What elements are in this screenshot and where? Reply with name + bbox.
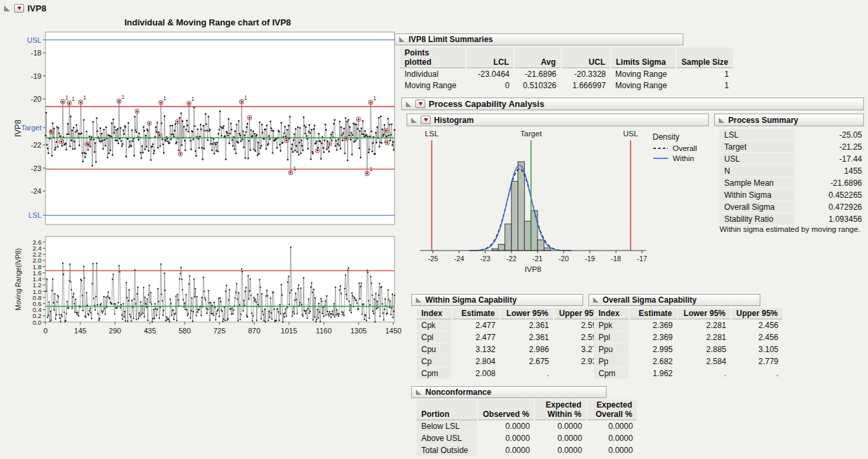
- table-row: Cpm2.008..: [417, 367, 606, 379]
- svg-text:-18: -18: [31, 49, 41, 57]
- table-cell: 0.0000: [534, 432, 586, 444]
- table-cell: 0: [466, 80, 514, 91]
- within-line-sample-icon: [653, 156, 669, 161]
- table-cell: 2.986: [500, 343, 554, 355]
- svg-text:145: 145: [74, 327, 86, 335]
- table-cell: Within Sigma: [720, 189, 795, 201]
- overall-capability-table: IndexEstimateLower 95%Upper 95%Ppk2.3692…: [594, 308, 784, 379]
- column-header: LCL: [466, 47, 514, 68]
- process-summary-table: LSL-25.05Target-21.25USL-17.44N1455Sampl…: [720, 129, 867, 225]
- table-cell: Cp: [417, 355, 452, 367]
- limit-summaries-title: IVP8 Limit Summaries: [409, 35, 493, 44]
- svg-text:1: 1: [83, 94, 86, 101]
- svg-text:-19: -19: [31, 72, 41, 80]
- table-row: Below LSL0.00000.00000.0000: [417, 420, 637, 432]
- within-capability-header[interactable]: Within Sigma Capability: [411, 294, 583, 306]
- table-cell: Cpu: [417, 343, 452, 355]
- limit-summaries-table: Points plottedLCLAvgUCLLimits SigmaSampl…: [400, 47, 734, 91]
- svg-text:-21: -21: [532, 255, 542, 263]
- histogram-canvas[interactable]: LSLTargetUSL-25-24-23-22-21-20-19-18-17I…: [416, 128, 650, 278]
- table-cell: Cpk: [417, 319, 452, 331]
- table-cell: .: [731, 367, 783, 379]
- svg-text:725: 725: [213, 327, 225, 335]
- legend-item-within: Within: [653, 154, 697, 162]
- imr-chart-title: Individual & Moving Range chart of IVP8: [12, 17, 403, 27]
- table-cell: Cpl: [417, 331, 452, 343]
- limit-summaries-header[interactable]: IVP8 Limit Summaries: [395, 33, 683, 45]
- svg-text:-23: -23: [480, 255, 490, 263]
- imr-chart-canvas[interactable]: 1111111111-18-19-20-22-23-24USLTargetLSL…: [12, 28, 403, 342]
- table-cell: -17.44: [795, 153, 867, 165]
- report-title: IVP8: [27, 3, 46, 13]
- red-triangle-menu-button[interactable]: [415, 100, 425, 108]
- process-capability-header[interactable]: Process Capability Analysis: [401, 98, 864, 110]
- table-cell: Sample Mean: [720, 177, 795, 189]
- table-row: Pp2.6822.5842.779: [594, 355, 783, 367]
- svg-text:-17: -17: [637, 255, 647, 263]
- table-row: Above USL0.00000.00000.0000: [417, 432, 637, 444]
- table-row: Total Outside0.00000.00000.0000: [417, 444, 637, 456]
- svg-text:-24: -24: [454, 255, 464, 263]
- table-cell: 2.995: [629, 343, 677, 355]
- svg-text:1450: 1450: [385, 327, 401, 335]
- disclosure-icon[interactable]: [405, 101, 412, 108]
- column-header: Observed %: [477, 400, 534, 420]
- svg-text:USL: USL: [623, 130, 639, 138]
- table-cell: 1.666997: [561, 80, 611, 91]
- table-cell: -25.05: [795, 129, 867, 141]
- table-cell: 0.452265: [795, 189, 867, 201]
- svg-text:IVP8: IVP8: [525, 265, 542, 273]
- table-cell: 1.093456: [795, 213, 867, 225]
- histogram-header[interactable]: Histogram: [407, 114, 709, 126]
- svg-text:-19: -19: [584, 255, 594, 263]
- table-cell: 3.105: [731, 343, 783, 355]
- column-header: UCL: [561, 47, 611, 68]
- svg-text:-22: -22: [31, 141, 41, 149]
- disclosure-icon[interactable]: [592, 297, 599, 303]
- disclosure-icon[interactable]: [3, 5, 11, 12]
- table-cell: 2.477: [452, 319, 500, 331]
- table-cell: Stability Ratio: [720, 213, 795, 225]
- svg-text:1160: 1160: [316, 327, 332, 335]
- table-row: Cp2.8042.6752.934: [417, 355, 606, 367]
- table-row: Ppl2.3692.2812.456: [594, 331, 783, 343]
- table-cell: 0.0000: [586, 432, 637, 444]
- disclosure-icon[interactable]: [415, 297, 422, 303]
- table-row: Cpu3.1322.9863.278: [417, 343, 606, 355]
- table-cell: Individual: [400, 68, 466, 80]
- legend-within-label: Within: [673, 154, 694, 162]
- table-cell: 2.008: [452, 367, 500, 379]
- table-cell: -21.6896: [795, 177, 867, 189]
- disclosure-icon[interactable]: [415, 389, 422, 396]
- column-header: Points plotted: [400, 47, 466, 68]
- svg-text:Target: Target: [21, 124, 41, 132]
- table-cell: 2.885: [677, 343, 731, 355]
- table-cell: Target: [720, 141, 795, 153]
- table-cell: 2.361: [500, 319, 554, 331]
- table-cell: 0.0000: [477, 420, 534, 432]
- table-cell: -21.6896: [514, 68, 561, 80]
- column-header: Index: [594, 308, 629, 319]
- red-triangle-menu-button[interactable]: [14, 4, 24, 13]
- red-triangle-icon: [419, 102, 423, 106]
- table-cell: -23.0464: [466, 68, 514, 80]
- svg-text:290: 290: [109, 327, 121, 335]
- svg-text:1305: 1305: [350, 327, 366, 335]
- disclosure-icon[interactable]: [399, 36, 405, 43]
- table-row: Cpk2.4772.3612.592: [417, 319, 606, 331]
- nonconformance-header[interactable]: Nonconformance: [411, 386, 607, 398]
- table-row: Overall Sigma0.472926: [720, 201, 867, 213]
- process-summary-header[interactable]: Process Summary: [714, 114, 864, 126]
- column-header: Sample Size: [676, 47, 734, 68]
- nonconformance-title: Nonconformance: [425, 388, 492, 397]
- svg-text:1015: 1015: [281, 327, 297, 335]
- table-cell: 1: [676, 80, 734, 91]
- red-triangle-menu-button[interactable]: [421, 116, 431, 124]
- svg-text:Moving Range(IVP8): Moving Range(IVP8): [15, 249, 22, 311]
- overall-capability-header[interactable]: Overall Sigma Capability: [588, 294, 760, 306]
- table-row: LSL-25.05: [720, 129, 867, 141]
- table-cell: Moving Range: [611, 80, 676, 91]
- table-cell: 2.477: [452, 331, 500, 343]
- disclosure-icon[interactable]: [718, 117, 725, 124]
- disclosure-icon[interactable]: [411, 117, 417, 124]
